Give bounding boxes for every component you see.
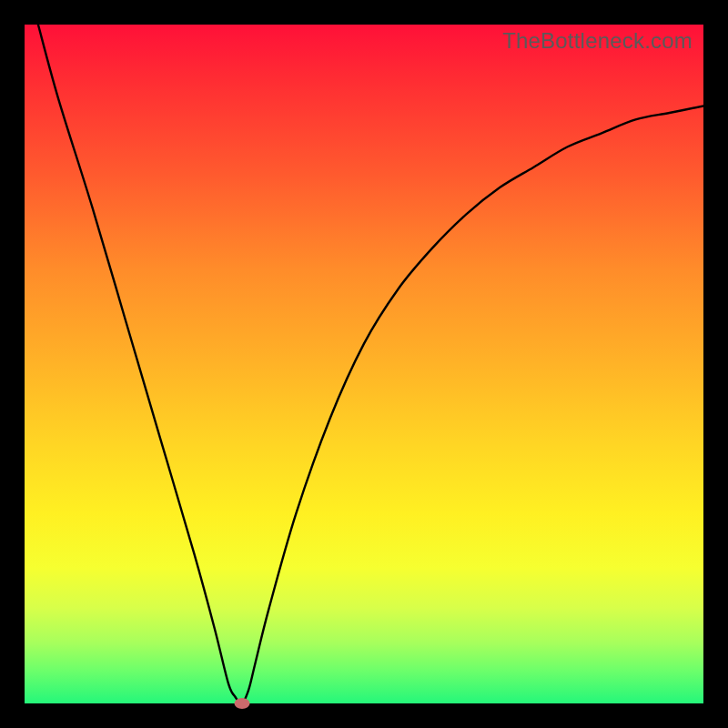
- plot-area: TheBottleneck.com: [25, 25, 703, 703]
- min-marker: [234, 698, 249, 709]
- chart-frame: TheBottleneck.com: [0, 0, 728, 728]
- curve-svg: [25, 25, 703, 703]
- bottleneck-curve: [38, 25, 703, 703]
- watermark-text: TheBottleneck.com: [502, 28, 693, 54]
